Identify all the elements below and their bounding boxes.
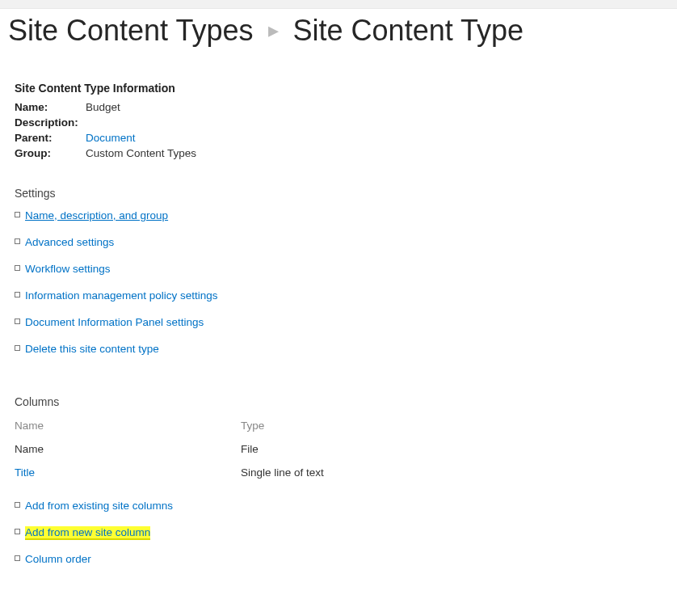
column-type-cell: Single line of text	[241, 462, 467, 485]
settings-link-delete-content-type[interactable]: Delete this site content type	[25, 343, 159, 355]
bullet-icon	[15, 529, 20, 534]
breadcrumb-current: Site Content Type	[293, 14, 524, 47]
ribbon-bar	[0, 0, 677, 9]
info-label-name: Name:	[15, 99, 86, 115]
settings-heading: Settings	[15, 187, 662, 200]
bullet-icon	[15, 265, 20, 271]
info-label-parent: Parent:	[15, 130, 86, 146]
breadcrumb-parent-link[interactable]: Site Content Types	[8, 14, 254, 47]
info-value-name: Budget	[86, 99, 201, 115]
info-value-description	[86, 115, 201, 130]
settings-link-advanced-settings[interactable]: Advanced settings	[25, 236, 114, 248]
settings-link-list: Name, description, and group Advanced se…	[15, 209, 662, 355]
table-row: Title Single line of text	[15, 462, 467, 485]
bullet-icon	[15, 212, 20, 217]
bullet-icon	[15, 555, 20, 561]
settings-link-document-information-panel[interactable]: Document Information Panel settings	[25, 316, 204, 328]
columns-actions-list: Add from existing site columns Add from …	[15, 500, 662, 565]
column-type-cell: File	[241, 438, 467, 462]
page-title: Site Content Types ▸ Site Content Type	[0, 9, 677, 51]
bullet-icon	[15, 345, 20, 351]
columns-table: Name Type Name File Title Single line of…	[15, 415, 467, 485]
breadcrumb-arrow-icon: ▸	[262, 18, 285, 42]
settings-link-information-management-policy[interactable]: Information management policy settings	[25, 289, 218, 302]
column-action-add-from-new[interactable]: Add from new site column	[25, 526, 150, 540]
info-value-group: Custom Content Types	[86, 146, 201, 161]
columns-header-name: Name	[15, 415, 241, 438]
info-heading: Site Content Type Information	[15, 82, 662, 95]
info-label-description: Description:	[15, 115, 86, 130]
columns-heading: Columns	[15, 395, 662, 408]
column-name-cell: Name	[15, 438, 241, 462]
bullet-icon	[15, 292, 20, 297]
bullet-icon	[15, 319, 20, 324]
column-name-link[interactable]: Title	[15, 466, 35, 479]
info-label-group: Group:	[15, 146, 86, 161]
column-action-column-order[interactable]: Column order	[25, 553, 91, 565]
info-table: Name: Budget Description: Parent: Docume…	[15, 99, 201, 161]
columns-header-type: Type	[241, 415, 467, 438]
column-action-add-from-existing[interactable]: Add from existing site columns	[25, 500, 173, 512]
info-value-parent-link[interactable]: Document	[86, 132, 136, 144]
content-area: Site Content Type Information Name: Budg…	[0, 51, 677, 604]
bullet-icon	[15, 502, 20, 508]
settings-link-name-description-group[interactable]: Name, description, and group	[25, 209, 168, 222]
table-row: Name File	[15, 438, 467, 462]
bullet-icon	[15, 238, 20, 244]
settings-link-workflow-settings[interactable]: Workflow settings	[25, 263, 111, 275]
